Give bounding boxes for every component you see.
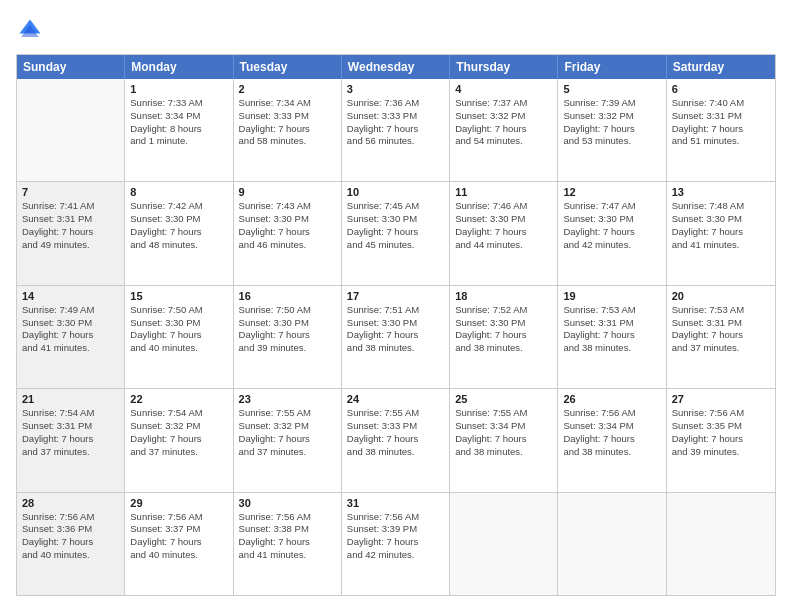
day-number: 28	[22, 497, 119, 509]
cell-info-line: Daylight: 7 hours	[347, 433, 444, 446]
calendar: SundayMondayTuesdayWednesdayThursdayFrid…	[16, 54, 776, 596]
cell-info-line: Sunrise: 7:46 AM	[455, 200, 552, 213]
calendar-cell: 2Sunrise: 7:34 AMSunset: 3:33 PMDaylight…	[234, 79, 342, 181]
cell-info-line: Sunset: 3:37 PM	[130, 523, 227, 536]
cell-info-line: Daylight: 7 hours	[22, 329, 119, 342]
calendar-cell: 3Sunrise: 7:36 AMSunset: 3:33 PMDaylight…	[342, 79, 450, 181]
cell-info-line: Daylight: 7 hours	[347, 123, 444, 136]
header-day-sunday: Sunday	[17, 55, 125, 79]
calendar-cell: 25Sunrise: 7:55 AMSunset: 3:34 PMDayligh…	[450, 389, 558, 491]
calendar-cell	[17, 79, 125, 181]
cell-info-line: Sunset: 3:31 PM	[22, 420, 119, 433]
header	[16, 16, 776, 44]
cell-info-line: Sunrise: 7:43 AM	[239, 200, 336, 213]
calendar-cell: 15Sunrise: 7:50 AMSunset: 3:30 PMDayligh…	[125, 286, 233, 388]
cell-info-line: and 58 minutes.	[239, 135, 336, 148]
cell-info-line: Sunset: 3:32 PM	[239, 420, 336, 433]
day-number: 6	[672, 83, 770, 95]
day-number: 16	[239, 290, 336, 302]
calendar-cell: 9Sunrise: 7:43 AMSunset: 3:30 PMDaylight…	[234, 182, 342, 284]
header-day-tuesday: Tuesday	[234, 55, 342, 79]
cell-info-line: Sunrise: 7:54 AM	[130, 407, 227, 420]
cell-info-line: and 40 minutes.	[22, 549, 119, 562]
cell-info-line: Daylight: 7 hours	[239, 226, 336, 239]
cell-info-line: Sunset: 3:32 PM	[563, 110, 660, 123]
day-number: 3	[347, 83, 444, 95]
cell-info-line: Sunset: 3:36 PM	[22, 523, 119, 536]
cell-info-line: Daylight: 7 hours	[239, 123, 336, 136]
calendar-cell: 5Sunrise: 7:39 AMSunset: 3:32 PMDaylight…	[558, 79, 666, 181]
cell-info-line: and 38 minutes.	[347, 342, 444, 355]
cell-info-line: Daylight: 7 hours	[563, 433, 660, 446]
day-number: 9	[239, 186, 336, 198]
cell-info-line: and 51 minutes.	[672, 135, 770, 148]
cell-info-line: Sunrise: 7:52 AM	[455, 304, 552, 317]
cell-info-line: Sunset: 3:30 PM	[239, 317, 336, 330]
logo-icon	[16, 16, 44, 44]
day-number: 17	[347, 290, 444, 302]
day-number: 24	[347, 393, 444, 405]
cell-info-line: Daylight: 7 hours	[22, 536, 119, 549]
cell-info-line: Sunset: 3:38 PM	[239, 523, 336, 536]
day-number: 27	[672, 393, 770, 405]
cell-info-line: Daylight: 7 hours	[130, 226, 227, 239]
cell-info-line: Daylight: 7 hours	[455, 433, 552, 446]
calendar-cell: 31Sunrise: 7:56 AMSunset: 3:39 PMDayligh…	[342, 493, 450, 595]
day-number: 8	[130, 186, 227, 198]
cell-info-line: Sunrise: 7:50 AM	[130, 304, 227, 317]
cell-info-line: Daylight: 7 hours	[563, 329, 660, 342]
cell-info-line: Sunrise: 7:34 AM	[239, 97, 336, 110]
calendar-cell	[558, 493, 666, 595]
calendar-row-0: 1Sunrise: 7:33 AMSunset: 3:34 PMDaylight…	[17, 79, 775, 182]
cell-info-line: Sunrise: 7:47 AM	[563, 200, 660, 213]
cell-info-line: and 53 minutes.	[563, 135, 660, 148]
cell-info-line: Sunrise: 7:55 AM	[239, 407, 336, 420]
cell-info-line: Daylight: 7 hours	[672, 433, 770, 446]
calendar-cell: 12Sunrise: 7:47 AMSunset: 3:30 PMDayligh…	[558, 182, 666, 284]
header-day-wednesday: Wednesday	[342, 55, 450, 79]
cell-info-line: Sunrise: 7:48 AM	[672, 200, 770, 213]
cell-info-line: Sunset: 3:33 PM	[347, 420, 444, 433]
calendar-cell: 21Sunrise: 7:54 AMSunset: 3:31 PMDayligh…	[17, 389, 125, 491]
cell-info-line: and 44 minutes.	[455, 239, 552, 252]
calendar-cell: 6Sunrise: 7:40 AMSunset: 3:31 PMDaylight…	[667, 79, 775, 181]
day-number: 22	[130, 393, 227, 405]
cell-info-line: Sunset: 3:32 PM	[130, 420, 227, 433]
cell-info-line: Daylight: 7 hours	[455, 226, 552, 239]
cell-info-line: Sunrise: 7:41 AM	[22, 200, 119, 213]
cell-info-line: Daylight: 7 hours	[130, 329, 227, 342]
cell-info-line: and 38 minutes.	[563, 446, 660, 459]
cell-info-line: Sunrise: 7:55 AM	[347, 407, 444, 420]
calendar-cell: 1Sunrise: 7:33 AMSunset: 3:34 PMDaylight…	[125, 79, 233, 181]
calendar-row-4: 28Sunrise: 7:56 AMSunset: 3:36 PMDayligh…	[17, 493, 775, 595]
day-number: 14	[22, 290, 119, 302]
cell-info-line: and 1 minute.	[130, 135, 227, 148]
cell-info-line: and 54 minutes.	[455, 135, 552, 148]
cell-info-line: Sunset: 3:39 PM	[347, 523, 444, 536]
cell-info-line: and 37 minutes.	[130, 446, 227, 459]
cell-info-line: Sunset: 3:30 PM	[130, 317, 227, 330]
cell-info-line: Sunrise: 7:42 AM	[130, 200, 227, 213]
calendar-cell: 10Sunrise: 7:45 AMSunset: 3:30 PMDayligh…	[342, 182, 450, 284]
cell-info-line: and 38 minutes.	[347, 446, 444, 459]
cell-info-line: Sunrise: 7:56 AM	[563, 407, 660, 420]
calendar-cell: 11Sunrise: 7:46 AMSunset: 3:30 PMDayligh…	[450, 182, 558, 284]
cell-info-line: Daylight: 7 hours	[239, 329, 336, 342]
cell-info-line: and 41 minutes.	[22, 342, 119, 355]
cell-info-line: Sunrise: 7:56 AM	[347, 511, 444, 524]
day-number: 23	[239, 393, 336, 405]
cell-info-line: and 40 minutes.	[130, 549, 227, 562]
cell-info-line: Sunset: 3:31 PM	[672, 110, 770, 123]
calendar-header: SundayMondayTuesdayWednesdayThursdayFrid…	[17, 55, 775, 79]
header-day-thursday: Thursday	[450, 55, 558, 79]
cell-info-line: and 39 minutes.	[239, 342, 336, 355]
cell-info-line: Sunset: 3:35 PM	[672, 420, 770, 433]
cell-info-line: Sunset: 3:30 PM	[455, 317, 552, 330]
cell-info-line: Sunset: 3:30 PM	[130, 213, 227, 226]
day-number: 5	[563, 83, 660, 95]
cell-info-line: and 38 minutes.	[455, 446, 552, 459]
day-number: 10	[347, 186, 444, 198]
cell-info-line: Daylight: 7 hours	[455, 329, 552, 342]
cell-info-line: Sunset: 3:30 PM	[455, 213, 552, 226]
cell-info-line: and 37 minutes.	[22, 446, 119, 459]
